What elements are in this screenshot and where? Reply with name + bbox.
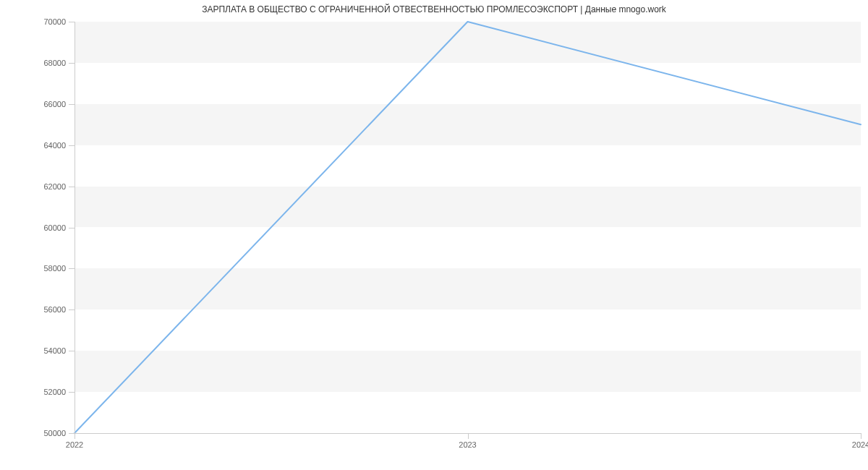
y-tick-mark <box>69 309 75 310</box>
salary-chart: ЗАРПЛАТА В ОБЩЕСТВО С ОГРАНИЧЕННОЙ ОТВЕС… <box>0 0 868 470</box>
x-tick-mark <box>861 433 861 439</box>
y-tick-label: 60000 <box>43 223 66 232</box>
y-tick-label: 64000 <box>43 141 66 150</box>
y-tick-mark <box>69 392 75 393</box>
x-axis-line <box>75 433 861 434</box>
y-tick-label: 62000 <box>43 182 66 191</box>
x-tick-label: 2023 <box>459 440 476 449</box>
line-series <box>75 22 861 433</box>
y-tick-label: 68000 <box>43 59 66 67</box>
chart-title: ЗАРПЛАТА В ОБЩЕСТВО С ОГРАНИЧЕННОЙ ОТВЕС… <box>0 4 868 14</box>
y-tick-label: 70000 <box>43 17 66 26</box>
y-tick-mark <box>69 145 75 146</box>
y-tick-mark <box>69 63 75 64</box>
y-tick-mark <box>69 228 75 228</box>
x-tick-mark <box>468 433 469 439</box>
y-tick-mark <box>69 104 75 105</box>
y-tick-mark <box>69 22 75 22</box>
y-tick-mark <box>69 187 75 187</box>
y-tick-label: 58000 <box>43 264 66 273</box>
y-tick-label: 56000 <box>43 305 66 314</box>
plot-area: 5000052000540005600058000600006200064000… <box>75 22 861 433</box>
y-tick-label: 54000 <box>43 346 66 355</box>
y-tick-label: 52000 <box>43 388 66 396</box>
y-tick-label: 50000 <box>43 429 66 437</box>
y-axis-line <box>75 22 75 433</box>
y-tick-label: 66000 <box>43 100 66 108</box>
y-tick-mark <box>69 268 75 269</box>
y-tick-mark <box>69 351 75 351</box>
x-tick-mark <box>75 433 75 439</box>
x-tick-label: 2022 <box>66 440 83 449</box>
y-tick-mark <box>69 433 75 434</box>
x-tick-label: 2024 <box>852 440 868 449</box>
